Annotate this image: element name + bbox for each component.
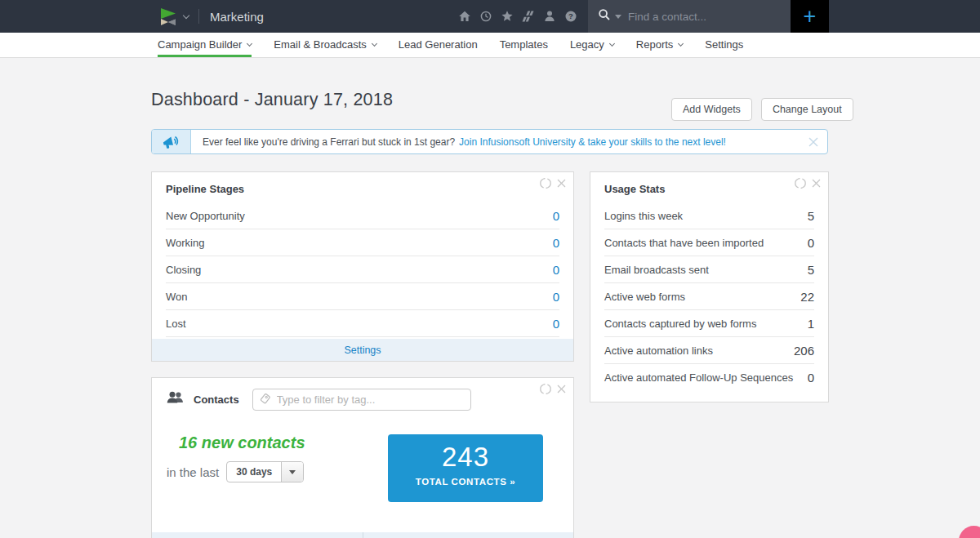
nav-label: Reports (636, 38, 674, 51)
nav-item-lead-generation[interactable]: Lead Generation (399, 33, 478, 57)
nav-item-settings[interactable]: Settings (705, 33, 743, 57)
chevron-down-icon (289, 470, 296, 474)
banner-message: Ever feel like you're driving a Ferrari … (191, 130, 800, 153)
close-icon[interactable] (557, 385, 566, 393)
close-icon[interactable] (800, 130, 827, 153)
pipeline-row: Working 0 (166, 229, 559, 256)
stat-value: 22 (800, 290, 814, 304)
announcement-banner: Ever feel like you're driving a Ferrari … (151, 129, 828, 154)
nav-item-email-broadcasts[interactable]: Email & Broadcasts (274, 33, 376, 57)
megaphone-icon (152, 130, 191, 153)
stage-count[interactable]: 0 (553, 236, 559, 250)
apps-icon[interactable] (521, 10, 535, 23)
nav-item-templates[interactable]: Templates (500, 33, 548, 57)
close-icon[interactable] (557, 179, 566, 188)
favorites-star-icon[interactable] (500, 10, 514, 23)
svg-text:?: ? (568, 11, 573, 20)
widget-controls (540, 384, 566, 394)
stat-value: 0 (808, 371, 814, 385)
stat-label: Active automation links (604, 345, 713, 357)
usage-row: Email broadcasts sent 5 (604, 256, 814, 283)
logo-group: Marketing (159, 0, 264, 33)
top-icon-bar: ? (457, 0, 577, 33)
usage-row: Contacts that have been imported 0 (604, 229, 814, 256)
pipeline-settings-link[interactable]: Settings (344, 345, 381, 356)
usage-row: Active automation links 206 (604, 337, 814, 364)
page-actions: Add Widgets Change Layout (671, 98, 853, 121)
search-scope-caret-icon[interactable] (615, 15, 621, 19)
nav-label: Lead Generation (399, 38, 478, 51)
usage-row: Contacts captured by web forms 1 (604, 310, 814, 337)
page-title: Dashboard - January 17, 2018 (151, 90, 393, 110)
stage-label: Closing (166, 264, 201, 276)
total-contacts-button[interactable]: 243 TOTAL CONTACTS » (388, 434, 543, 502)
contacts-widget: Contacts 16 new contacts in the last 30 … (151, 377, 574, 538)
pipeline-stages-widget: Pipeline Stages New Opportunity 0 Workin… (151, 171, 574, 362)
stage-count[interactable]: 0 (553, 263, 559, 277)
banner-link[interactable]: Join Infusionsoft University & take your… (459, 136, 726, 148)
usage-row: Active web forms 22 (604, 283, 814, 310)
total-contacts-label: TOTAL CONTACTS » (388, 477, 543, 487)
home-icon[interactable] (457, 10, 471, 23)
pipeline-row: New Opportunity 0 (166, 202, 559, 229)
stat-value: 1 (808, 317, 814, 331)
add-widgets-button[interactable]: Add Widgets (671, 98, 752, 121)
stat-value: 206 (794, 344, 814, 358)
pipeline-row: Lost 0 (166, 310, 559, 337)
total-contacts-value: 243 (388, 442, 543, 473)
close-icon[interactable] (812, 179, 821, 188)
chevron-down-icon[interactable] (183, 11, 189, 18)
stat-label: Contacts captured by web forms (604, 318, 756, 330)
contact-search[interactable] (588, 0, 791, 33)
stat-value: 5 (808, 263, 814, 277)
new-contacts-count: 16 new contacts (179, 434, 305, 452)
widget-footer-cell[interactable] (152, 532, 363, 538)
tag-filter-field[interactable] (252, 389, 471, 411)
stage-label: Lost (166, 318, 186, 330)
contacts-body: 16 new contacts in the last 30 days 243 … (152, 419, 573, 532)
refresh-icon[interactable] (540, 178, 551, 189)
main-nav: Campaign Builder Email & Broadcasts Lead… (0, 33, 980, 58)
range-row: in the last 30 days (167, 461, 304, 482)
nav-item-legacy[interactable]: Legacy (570, 33, 614, 57)
stage-label: New Opportunity (166, 210, 245, 222)
tag-filter-input[interactable] (277, 393, 448, 406)
nav-item-campaign-builder[interactable]: Campaign Builder (158, 33, 252, 57)
chevron-down-icon (247, 40, 252, 46)
infusionsoft-logo-icon[interactable] (159, 7, 177, 25)
quick-add-button[interactable]: + (791, 0, 829, 33)
nav-item-reports[interactable]: Reports (636, 33, 684, 57)
widget-footer-cell[interactable] (363, 532, 574, 538)
chat-beacon[interactable] (959, 526, 980, 538)
refresh-icon[interactable] (540, 384, 551, 394)
user-icon[interactable] (542, 10, 556, 23)
stage-label: Won (166, 291, 188, 303)
widget-title: Usage Stats (590, 172, 828, 202)
stage-count[interactable]: 0 (553, 290, 559, 304)
chevron-down-icon (678, 40, 684, 46)
contacts-header: Contacts (152, 378, 573, 419)
range-caret-cell[interactable] (281, 462, 303, 482)
help-icon[interactable]: ? (564, 10, 577, 23)
widget-controls (795, 178, 821, 189)
change-layout-button[interactable]: Change Layout (761, 98, 853, 121)
recent-clock-icon[interactable] (479, 10, 492, 23)
stage-label: Working (166, 237, 204, 249)
range-select[interactable]: 30 days (226, 461, 304, 482)
stage-count[interactable]: 0 (553, 209, 559, 223)
stat-label: Contacts that have been imported (604, 237, 764, 249)
nav-label: Campaign Builder (158, 38, 242, 51)
search-input[interactable] (628, 11, 751, 23)
search-icon (598, 8, 611, 24)
tag-icon (260, 393, 271, 407)
stat-value: 5 (808, 209, 814, 223)
refresh-icon[interactable] (795, 178, 806, 189)
banner-text: Ever feel like you're driving a Ferrari … (203, 136, 455, 148)
stat-label: Active web forms (604, 291, 685, 303)
usage-row: Active automated Follow-Up Sequences 0 (604, 364, 814, 390)
widget-title: Pipeline Stages (152, 172, 573, 202)
chevron-down-icon (372, 40, 377, 46)
stage-count[interactable]: 0 (553, 317, 559, 331)
in-the-last-label: in the last (167, 465, 219, 479)
divider (198, 9, 199, 24)
